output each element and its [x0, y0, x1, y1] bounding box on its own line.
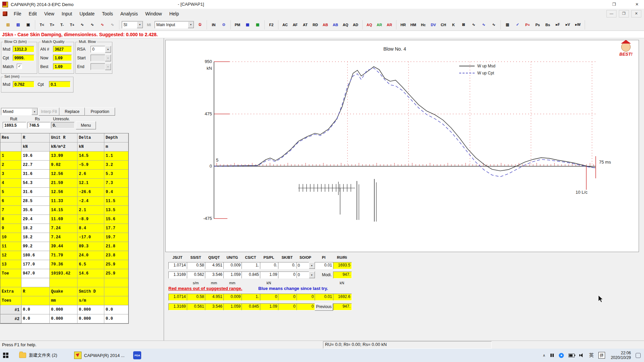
table-cell[interactable]: 6.5: [77, 260, 104, 269]
table-cell[interactable]: 9.4: [104, 188, 128, 197]
table-cell[interactable]: -26.6: [77, 188, 104, 197]
table-cell[interactable]: [77, 278, 104, 287]
ime-pinyin-icon[interactable]: 拼: [598, 352, 605, 359]
restore-button[interactable]: ❐: [609, 1, 619, 8]
table-cell[interactable]: 2.1: [77, 206, 104, 215]
background-apps-icon[interactable]: [550, 353, 554, 357]
input-screen-button[interactable]: IN: [209, 21, 218, 29]
p-plus-button[interactable]: P+: [523, 21, 532, 29]
table-cell[interactable]: 31.6: [21, 188, 50, 197]
table-cell[interactable]: 19.6: [21, 152, 50, 161]
table-cell[interactable]: 71.79: [50, 251, 77, 260]
param-cell[interactable]: 0.58: [187, 294, 206, 301]
mdi-restore-button[interactable]: ❐: [619, 10, 629, 17]
no-wave-button[interactable]: ⊠: [459, 21, 468, 29]
dropdown-arrow-icon[interactable]: ▼: [309, 262, 315, 269]
mdi-close-button[interactable]: ✕: [631, 10, 641, 17]
param-cell[interactable]: 1.09: [260, 303, 279, 310]
next-f-button[interactable]: ▸F: [553, 21, 562, 29]
dropdown-arrow-icon[interactable]: ▼: [137, 21, 143, 28]
units-select[interactable]: SI▼: [122, 21, 143, 28]
soil-model-icon[interactable]: ▩: [253, 21, 262, 29]
table-cell[interactable]: 4: [0, 179, 21, 188]
table-cell[interactable]: 28.5: [21, 197, 50, 206]
table-cell[interactable]: 13.5: [104, 206, 128, 215]
pm-button[interactable]: PM: [233, 21, 242, 29]
param-cell[interactable]: 947.: [333, 272, 352, 279]
table-cell[interactable]: -2.4: [77, 197, 104, 206]
ps-button[interactable]: Ps: [533, 21, 542, 29]
table-cell[interactable]: 54.3: [21, 179, 50, 188]
table-cell[interactable]: 10: [0, 233, 21, 242]
table-cell[interactable]: 1.1: [104, 152, 128, 161]
menu-item-help[interactable]: Help: [166, 10, 183, 18]
param-cell[interactable]: 0.01: [315, 262, 333, 269]
table-cell[interactable]: 3: [0, 170, 21, 179]
param-cell[interactable]: 0: [297, 303, 315, 310]
taskbar-pda-item[interactable]: PDA: [130, 349, 144, 362]
open-pda-file-button[interactable]: ▨: [13, 21, 23, 29]
table-cell[interactable]: 31.6: [21, 170, 50, 179]
table-cell[interactable]: 180.6: [21, 251, 50, 260]
table-cell[interactable]: 12.56: [50, 188, 77, 197]
table-cell[interactable]: -5.9: [77, 161, 104, 170]
table-cell[interactable]: 9.02: [50, 161, 77, 170]
ab-red-button[interactable]: AB: [321, 21, 330, 29]
wave-b-button[interactable]: ∿: [88, 21, 97, 29]
extra-toe-button[interactable]: #2: [0, 314, 21, 323]
param-cell[interactable]: 0: [278, 294, 297, 301]
child-window-icon[interactable]: [3, 11, 7, 16]
match-quality-best-field[interactable]: 1.69: [53, 63, 72, 70]
param-cell[interactable]: 947.: [333, 303, 352, 310]
set-cpt-field[interactable]: 0.1: [49, 81, 70, 87]
menu-button[interactable]: Menu: [76, 121, 96, 129]
resistance-mode-select[interactable]: Mixed ▼: [1, 108, 38, 115]
param-cell[interactable]: 4.951: [205, 262, 224, 269]
taskbar-clock[interactable]: 22:06 2020/10/29: [611, 351, 631, 360]
table-cell[interactable]: 12.56: [50, 170, 77, 179]
wave-x1-button[interactable]: ∿: [469, 21, 478, 29]
table-cell[interactable]: 89.3: [77, 242, 104, 251]
table-cell[interactable]: 9: [0, 224, 21, 233]
hr-button[interactable]: HR: [398, 21, 408, 29]
close-button[interactable]: ✕: [632, 1, 642, 8]
table-cell[interactable]: 0.0: [21, 305, 50, 314]
table-cell[interactable]: 5: [0, 188, 21, 197]
param-cell[interactable]: 0: [278, 272, 297, 279]
ime-language-indicator[interactable]: 英: [589, 352, 594, 358]
table-cell[interactable]: 70.36: [50, 260, 77, 269]
table-cell[interactable]: 11.69: [50, 215, 77, 224]
table-cell[interactable]: [0, 278, 21, 287]
table-cell[interactable]: 14.15: [50, 206, 77, 215]
table-cell[interactable]: 11: [0, 242, 21, 251]
next-w-button[interactable]: ▸W: [573, 21, 583, 29]
menu-item-input[interactable]: Input: [58, 10, 76, 18]
table-cell[interactable]: 25.9: [104, 260, 128, 269]
wave-msd-button[interactable]: ∿: [98, 21, 107, 29]
table-cell[interactable]: 23.8: [104, 251, 128, 260]
ac-button[interactable]: AC: [280, 21, 290, 29]
table-cell[interactable]: 0.000: [50, 305, 77, 314]
param-cell[interactable]: 0.58: [187, 262, 206, 269]
table-cell[interactable]: Toe: [0, 269, 21, 278]
table-cell[interactable]: [21, 278, 50, 287]
ch-button[interactable]: CH: [439, 21, 448, 29]
table-cell[interactable]: 13.99: [50, 152, 77, 161]
battery-icon[interactable]: [569, 354, 575, 357]
param-cell[interactable]: 0: [278, 303, 297, 310]
param-cell[interactable]: 0.: [260, 262, 279, 269]
param-cell[interactable]: 3.546: [205, 272, 224, 279]
bs-button[interactable]: Bs: [543, 21, 552, 29]
param-cell[interactable]: 1693.5: [333, 262, 352, 269]
wave-a-button[interactable]: ∿: [77, 21, 87, 29]
save-button[interactable]: ▣: [23, 21, 33, 29]
table-cell[interactable]: 14.5: [77, 152, 104, 161]
table-cell[interactable]: 5.3: [104, 170, 128, 179]
time-minus-button[interactable]: T-: [57, 21, 67, 29]
param-cell[interactable]: 4.951: [205, 294, 224, 301]
table-cell[interactable]: 25.9: [104, 269, 128, 278]
layers-button[interactable]: ▥: [503, 21, 512, 29]
proportion-button[interactable]: Proportion: [85, 108, 115, 116]
param-cell[interactable]: 1.059: [223, 272, 242, 279]
f2-button[interactable]: F2: [267, 21, 276, 29]
